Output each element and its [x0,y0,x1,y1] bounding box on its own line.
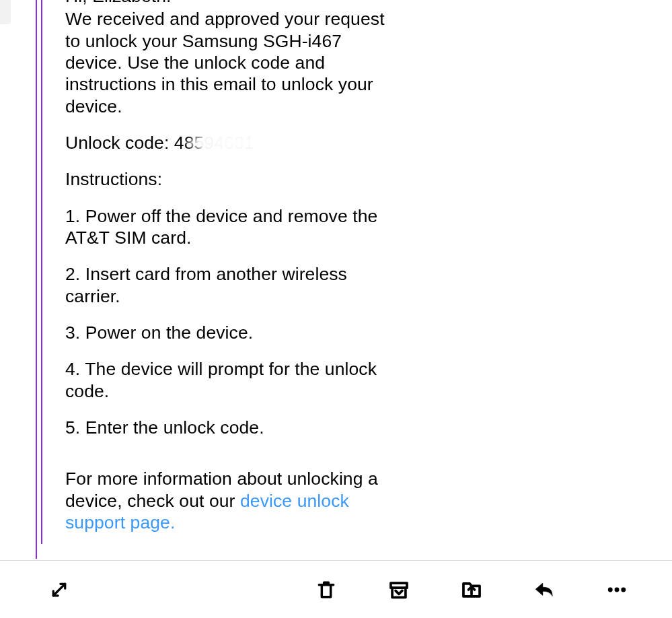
expand-button[interactable] [44,575,74,605]
delete-button[interactable] [311,575,341,605]
svg-line-0 [53,584,65,596]
reply-button[interactable] [529,575,559,605]
step-4: 4. The device will prompt for the unlock… [65,358,385,402]
instructions-heading: Instructions: [65,168,385,190]
trash-icon [315,579,337,600]
reply-icon [532,578,556,602]
more-button[interactable] [602,575,632,605]
more-info-paragraph: For more information about unlocking a d… [65,468,385,533]
unlock-code-value: 48594681 [174,133,254,153]
sidebar-edge-stub [0,0,11,24]
expand-icon [49,580,69,600]
archive-icon [387,578,410,601]
svg-point-3 [608,587,613,592]
step-5: 5. Enter the unlock code. [65,417,385,438]
step-1: 1. Power off the device and remove the A… [65,205,385,249]
svg-point-4 [615,587,620,592]
step-3: 3. Power on the device. [65,322,385,343]
quoted-message: Hi, Elizabeth. We received and approved … [36,0,385,559]
archive-button[interactable] [384,575,414,605]
unlock-code-label: Unlock code: [65,133,169,153]
email-intro: We received and approved your request to… [65,8,385,117]
move-to-icon [460,578,483,601]
email-toolbar [0,560,672,618]
email-greeting: Hi, Elizabeth. [65,0,385,7]
move-button[interactable] [457,575,486,605]
step-2: 2. Insert card from another wireless car… [65,263,385,307]
unlock-code-line: Unlock code: 48594681 [65,132,254,153]
svg-point-5 [621,587,626,592]
more-icon [605,578,629,602]
